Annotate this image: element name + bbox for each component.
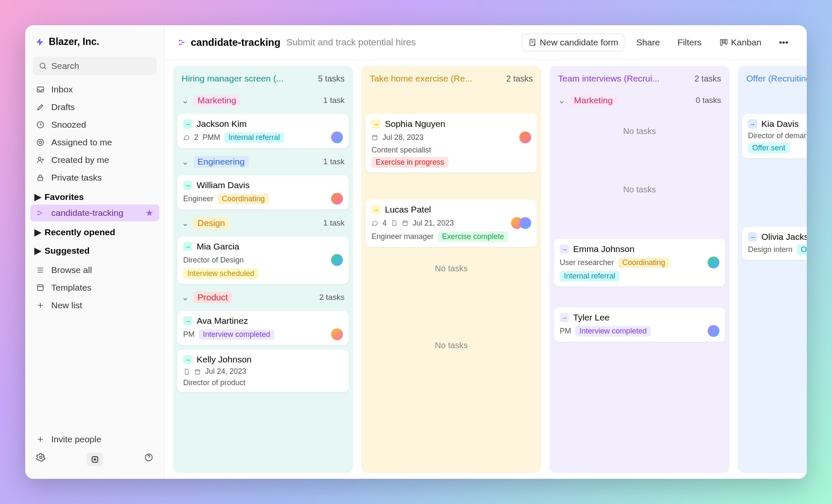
nav-invite[interactable]: Invite people — [30, 431, 159, 448]
avatar — [708, 257, 719, 268]
card-lucas-patel[interactable]: →Lucas Patel 4 Jul 21, 2023 Engineer man… — [366, 200, 537, 247]
column-take-home-exercise: Take home exercise (Re...2 tasks →Sophia… — [361, 66, 541, 473]
help-icon[interactable] — [144, 453, 153, 466]
nav-secondary: Browse all Templates New list — [30, 262, 159, 314]
sidebar: Blazer, Inc. Search Inbox Drafts Snoozed… — [25, 25, 165, 479]
group-product[interactable]: ⌄Product2 tasks — [177, 288, 349, 307]
sidebar-footer — [30, 448, 159, 471]
svg-rect-6 — [38, 177, 43, 181]
sidebar-item-candidate-tracking[interactable]: candidate-tracking ★ — [30, 205, 159, 221]
nav-private[interactable]: Private tasks — [30, 169, 159, 186]
arrow-right-icon: → — [748, 232, 757, 242]
chevron-right-icon: ▶ — [34, 227, 40, 237]
kanban-board: Hiring manager screen (... 5 tasks ⌄Mark… — [165, 60, 807, 479]
calendar-icon — [402, 220, 408, 226]
svg-point-14 — [179, 40, 181, 42]
view-kanban-button[interactable]: Kanban — [714, 34, 767, 51]
avatar — [519, 217, 531, 229]
arrow-right-icon: → — [183, 242, 192, 251]
svg-point-4 — [39, 141, 42, 144]
chevron-down-icon: ⌄ — [182, 218, 189, 228]
svg-rect-20 — [725, 39, 727, 44]
search-input[interactable]: Search — [33, 57, 157, 75]
chevron-down-icon: ⌄ — [182, 157, 189, 167]
card-tyler-lee[interactable]: →Tyler Lee PMInterview completed — [554, 307, 725, 342]
section-recent[interactable]: ▶ Recently opened — [30, 221, 159, 240]
workspace-switcher[interactable]: Blazer, Inc. — [30, 33, 159, 51]
card-emma-johnson[interactable]: →Emma Johnson User researcherCoordinatin… — [554, 239, 725, 286]
header: candidate-tracking Submit and track pote… — [165, 25, 807, 60]
svg-point-15 — [179, 44, 181, 45]
empty-product: No tasks — [366, 328, 537, 363]
share-button[interactable]: Share — [630, 34, 666, 51]
app-window: Blazer, Inc. Search Inbox Drafts Snoozed… — [25, 25, 807, 479]
group-marketing[interactable]: ⌄Marketing0 tasks — [554, 91, 725, 110]
more-menu[interactable]: ••• — [773, 34, 794, 51]
group-marketing[interactable]: ⌄Marketing1 task — [177, 91, 349, 110]
target-icon — [36, 138, 45, 147]
section-favorites[interactable]: ▶ Favorites — [30, 186, 159, 205]
svg-rect-19 — [723, 39, 724, 43]
arrow-right-icon: → — [560, 313, 569, 322]
list-icon — [177, 38, 187, 47]
list-title[interactable]: candidate-tracking — [177, 37, 280, 48]
chevron-down-icon: ⌄ — [182, 292, 189, 302]
avatar — [708, 325, 719, 337]
column-header[interactable]: Team interviews (Recrui...2 tasks — [554, 70, 725, 87]
chevron-down-icon: ⌄ — [182, 95, 189, 105]
nav-drafts[interactable]: Drafts — [30, 99, 159, 116]
arrow-right-icon: → — [183, 355, 192, 364]
column-team-interviews: Team interviews (Recrui...2 tasks ⌄Marke… — [550, 66, 729, 473]
comment-icon — [371, 220, 378, 226]
card-jackson-kim[interactable]: →Jackson Kim 2 PMM Internal referral — [177, 114, 349, 148]
card-mia-garcia[interactable]: →Mia Garcia Director of Design Interview… — [177, 236, 349, 284]
arrow-right-icon: → — [560, 244, 569, 254]
chevron-right-icon: ▶ — [34, 192, 40, 202]
comment-icon — [183, 134, 190, 141]
column-header[interactable]: Offer (Recruiting) — [742, 70, 807, 87]
nav-inbox[interactable]: Inbox — [30, 81, 159, 98]
list-lines-icon — [36, 266, 45, 274]
workspace-name: Blazer, Inc. — [49, 36, 99, 47]
card-kelly-johnson[interactable]: →Kelly Johnson Jul 24, 2023 Director of … — [177, 349, 349, 392]
svg-point-8 — [37, 214, 39, 215]
new-candidate-button[interactable]: New candidate form — [522, 34, 625, 51]
column-header[interactable]: Hiring manager screen (... 5 tasks — [177, 70, 349, 87]
card-olivia-jackson[interactable]: →Olivia Jackson Design internOffe — [742, 227, 807, 260]
svg-rect-22 — [373, 135, 377, 140]
settings-icon[interactable] — [36, 453, 45, 466]
list-subtitle: Submit and track potential hires — [286, 37, 416, 48]
empty-marketing: No tasks — [554, 114, 725, 149]
nav-templates[interactable]: Templates — [30, 279, 159, 296]
clock-icon — [36, 121, 45, 129]
empty-product: No tas — [742, 294, 807, 328]
card-william-davis[interactable]: →William Davis EngineerCoordinating — [177, 175, 349, 210]
nav-snoozed[interactable]: Snoozed — [30, 116, 159, 133]
column-offer: Offer (Recruiting) →Kia Davis Director o… — [738, 66, 807, 473]
filters-button[interactable]: Filters — [671, 34, 707, 51]
nav-new-list[interactable]: New list — [30, 297, 159, 314]
card-sophia-nguyen[interactable]: →Sophia Nguyen Jul 28, 2023 Content spec… — [366, 114, 537, 173]
bolt-icon — [35, 37, 45, 47]
nav-created[interactable]: Created by me — [30, 152, 159, 168]
calendar-icon — [194, 368, 201, 375]
avatar — [331, 193, 343, 205]
nav-browse[interactable]: Browse all — [30, 262, 159, 278]
lock-icon — [36, 173, 45, 182]
group-engineering[interactable]: ⌄Engineering1 task — [177, 152, 349, 171]
column-header[interactable]: Take home exercise (Re...2 tasks — [366, 70, 537, 87]
document-icon — [391, 220, 398, 226]
svg-rect-10 — [37, 285, 43, 290]
svg-point-11 — [39, 456, 42, 459]
section-suggested[interactable]: ▶ Suggested — [30, 240, 159, 258]
calendar-icon — [371, 134, 378, 141]
card-kia-davis[interactable]: →Kia Davis Director of demand Offer sent — [742, 114, 807, 158]
pencil-icon — [36, 103, 45, 111]
new-task-button[interactable] — [87, 453, 103, 466]
kanban-icon — [719, 38, 728, 47]
group-design[interactable]: ⌄Design1 task — [177, 214, 349, 232]
card-ava-martinez[interactable]: →Ava Martinez PMInterview completed — [177, 311, 349, 345]
nav-assigned[interactable]: Assigned to me — [30, 134, 159, 151]
star-icon[interactable]: ★ — [145, 208, 153, 218]
chevron-down-icon: ⌄ — [558, 95, 566, 105]
